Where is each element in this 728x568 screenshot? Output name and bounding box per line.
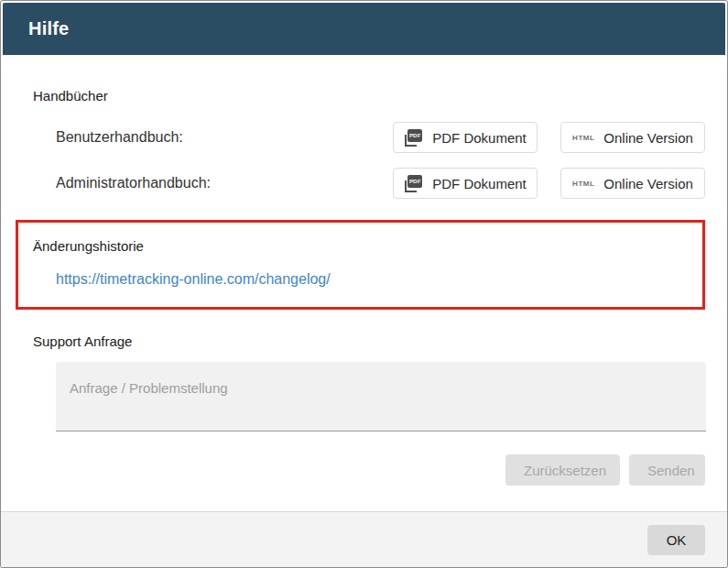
- admin-manual-buttons: PDF PDF Dokument HTML Online Version: [393, 168, 705, 199]
- pdf-icon-badge: PDF: [407, 175, 422, 188]
- manuals-heading: Handbücher: [33, 88, 705, 104]
- dialog-footer: OK: [1, 511, 727, 567]
- pdf-document-icon: PDF: [404, 128, 423, 147]
- manual-row-admin: Administratorhandbuch: PDF PDF Dokument …: [56, 168, 705, 199]
- online-button-label: Online Version: [603, 130, 693, 146]
- user-manual-online-button[interactable]: HTML Online Version: [560, 122, 705, 153]
- send-button[interactable]: Senden: [629, 454, 705, 486]
- reset-button[interactable]: Zurücksetzen: [505, 454, 620, 486]
- html-icon: HTML: [572, 134, 594, 142]
- pdf-button-label: PDF Dokument: [432, 130, 527, 146]
- pdf-button-label: PDF Dokument: [432, 176, 527, 191]
- pdf-icon-badge: PDF: [407, 129, 422, 142]
- user-manual-pdf-button[interactable]: PDF PDF Dokument: [393, 122, 538, 153]
- user-manual-buttons: PDF PDF Dokument HTML Online Version: [393, 122, 705, 153]
- support-form-actions: Zurücksetzen Senden: [16, 454, 705, 486]
- admin-manual-online-button[interactable]: HTML Online Version: [560, 168, 705, 199]
- changelog-highlight-box: Änderungshistorie https://timetracking-o…: [16, 220, 705, 310]
- support-request-textarea[interactable]: [56, 362, 706, 431]
- html-icon: HTML: [572, 180, 594, 188]
- online-button-label: Online Version: [603, 176, 693, 191]
- dialog-title: Hilfe: [28, 18, 69, 39]
- admin-manual-pdf-button[interactable]: PDF PDF Dokument: [393, 168, 538, 199]
- changelog-link[interactable]: https://timetracking-online.com/changelo…: [56, 271, 331, 288]
- help-dialog: Hilfe Handbücher Benutzerhandbuch: PDF P…: [0, 0, 728, 568]
- user-manual-label: Benutzerhandbuch:: [56, 129, 183, 146]
- manual-row-user: Benutzerhandbuch: PDF PDF Dokument HTML …: [56, 122, 705, 153]
- pdf-document-icon: PDF: [404, 174, 423, 193]
- dialog-content: Handbücher Benutzerhandbuch: PDF PDF Dok…: [1, 55, 727, 511]
- dialog-header: Hilfe: [3, 3, 725, 55]
- support-heading: Support Anfrage: [33, 333, 705, 350]
- changelog-heading: Änderungshistorie: [33, 238, 693, 255]
- ok-button[interactable]: OK: [647, 525, 705, 555]
- admin-manual-label: Administratorhandbuch:: [56, 175, 211, 191]
